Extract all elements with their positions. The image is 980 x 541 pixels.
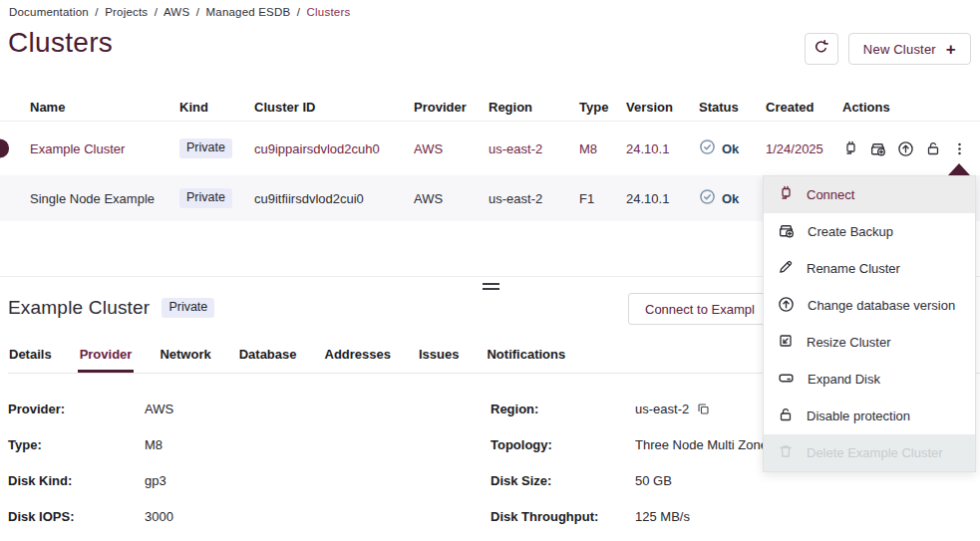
create-backup-icon[interactable] <box>869 140 886 157</box>
resize-icon <box>778 333 794 352</box>
tab-network[interactable]: Network <box>159 343 211 373</box>
detail-title: Example Cluster <box>8 297 150 319</box>
menu-item-connect[interactable]: Connect <box>764 176 975 213</box>
menu-item-label: Disable protection <box>807 408 910 423</box>
col-header-type: Type <box>579 100 626 115</box>
menu-item-create-backup[interactable]: Create Backup <box>764 213 975 250</box>
field-label: Topology: <box>490 437 635 452</box>
cell-type: F1 <box>579 191 626 206</box>
field-value: M8 <box>145 437 490 452</box>
menu-item-label: Delete Example Cluster <box>807 445 943 460</box>
col-header-cluster-id: Cluster ID <box>254 100 414 115</box>
tab-issues[interactable]: Issues <box>418 343 460 373</box>
menu-item-disable-protection[interactable]: Disable protection <box>764 398 975 434</box>
field-label: Type: <box>8 437 145 452</box>
cell-provider: AWS <box>414 191 489 206</box>
page-title: Clusters <box>8 27 113 59</box>
unlock-icon <box>778 406 794 425</box>
header-actions: New Cluster + <box>805 33 971 65</box>
menu-item-rename-cluster[interactable]: Rename Cluster <box>764 250 975 287</box>
menu-item-resize-cluster[interactable]: Resize Cluster <box>764 324 975 361</box>
trash-icon <box>778 443 794 462</box>
protection-lock-icon[interactable] <box>925 140 941 156</box>
table-row[interactable]: Example Cluster Private cu9ippairsdvlod2… <box>0 122 980 175</box>
status-text: Ok <box>722 191 739 206</box>
pencil-icon <box>778 259 794 278</box>
cell-name[interactable]: Example Cluster <box>30 141 179 156</box>
tab-addresses[interactable]: Addresses <box>324 343 392 373</box>
tab-notifications[interactable]: Notifications <box>486 343 566 373</box>
cell-created: 1/24/2025 <box>766 141 842 156</box>
kind-badge: Private <box>179 138 232 158</box>
detail-kind-badge: Private <box>162 298 214 318</box>
cell-actions <box>842 140 980 157</box>
check-circle-icon <box>699 188 716 208</box>
menu-item-expand-disk[interactable]: Expand Disk <box>764 361 975 398</box>
menu-item-label: Resize Cluster <box>807 335 891 350</box>
cell-version: 24.10.1 <box>626 141 699 156</box>
col-header-actions: Actions <box>842 100 980 115</box>
field-value: AWS <box>145 402 490 416</box>
col-header-status: Status <box>699 100 766 115</box>
field-label: Disk Throughput: <box>490 509 635 524</box>
clusters-page: Documentation / Projects / AWS / Managed… <box>0 0 980 541</box>
breadcrumb-current[interactable]: Clusters <box>307 6 351 18</box>
cell-status: Ok <box>699 138 766 158</box>
plug-icon <box>778 185 794 204</box>
breadcrumb: Documentation / Projects / AWS / Managed… <box>9 6 350 18</box>
context-menu-caret <box>948 163 970 175</box>
menu-item-delete-cluster: Delete Example Cluster <box>764 434 975 471</box>
selected-row-marker <box>0 139 9 158</box>
arrow-up-circle-icon <box>778 296 795 316</box>
connect-to-cluster-button[interactable]: Connect to Exampl <box>628 293 778 325</box>
field-value: 3000 <box>145 509 490 524</box>
tab-database[interactable]: Database <box>238 343 298 373</box>
field-value: 125 MB/s <box>635 509 980 524</box>
copy-icon[interactable] <box>697 403 710 415</box>
menu-item-label: Change database version <box>808 298 955 313</box>
menu-item-label: Rename Cluster <box>807 261 900 276</box>
context-menu: Connect Create Backup Rename Cluster <box>763 175 976 472</box>
tab-details[interactable]: Details <box>8 343 53 373</box>
col-header-kind: Kind <box>179 100 254 115</box>
check-circle-icon <box>699 138 716 158</box>
field-value: gp3 <box>145 473 490 488</box>
region-value: us-east-2 <box>635 402 689 416</box>
cell-version: 24.10.1 <box>626 191 699 206</box>
create-backup-icon <box>778 222 795 242</box>
cell-cluster-id: cu9ippairsdvlod2cuh0 <box>254 141 414 156</box>
cell-name[interactable]: Single Node Example <box>30 191 179 206</box>
kind-badge: Private <box>179 188 232 208</box>
refresh-button[interactable] <box>805 33 838 65</box>
menu-item-label: Expand Disk <box>808 372 880 387</box>
table-header-row: Name Kind Cluster ID Provider Region Typ… <box>0 94 980 122</box>
breadcrumb-item[interactable]: Projects <box>105 6 148 18</box>
field-label: Disk Kind: <box>8 473 145 488</box>
breadcrumb-item[interactable]: Managed ESDB <box>206 6 291 18</box>
status-text: Ok <box>722 141 739 156</box>
new-cluster-button[interactable]: New Cluster + <box>848 33 971 65</box>
kebab-menu-icon[interactable] <box>952 141 967 156</box>
col-header-region: Region <box>489 100 579 115</box>
tab-provider[interactable]: Provider <box>79 343 134 373</box>
menu-item-change-database-version[interactable]: Change database version <box>764 287 975 324</box>
new-cluster-label: New Cluster <box>863 42 936 57</box>
breadcrumb-item[interactable]: Documentation <box>9 6 89 18</box>
field-value: 50 GB <box>635 473 980 488</box>
cell-region: us-east-2 <box>489 191 579 206</box>
field-label: Region: <box>490 402 635 416</box>
breadcrumb-item[interactable]: AWS <box>163 6 189 18</box>
col-header-provider: Provider <box>414 100 489 115</box>
cell-region: us-east-2 <box>489 141 579 156</box>
col-header-version: Version <box>626 100 699 115</box>
field-label: Provider: <box>8 402 145 416</box>
field-label: Disk IOPS: <box>8 509 145 524</box>
change-version-icon[interactable] <box>897 140 914 157</box>
cell-cluster-id: cu9itfiirsdvlod2cui0 <box>254 191 414 206</box>
cell-provider: AWS <box>414 141 489 156</box>
refresh-icon <box>813 39 829 59</box>
field-label: Disk Size: <box>490 473 635 488</box>
cell-type: M8 <box>579 141 626 156</box>
connect-icon[interactable] <box>842 140 858 156</box>
cell-status: Ok <box>699 188 766 208</box>
